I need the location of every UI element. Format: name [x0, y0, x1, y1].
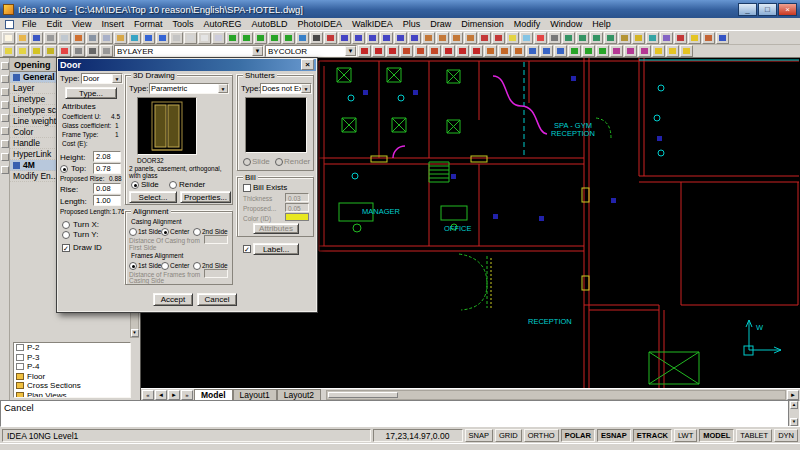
north-arrow-icon[interactable]: [554, 45, 567, 57]
beam-icon[interactable]: [470, 45, 483, 57]
menu-item[interactable]: Window: [545, 19, 587, 29]
frames-2nd-radio[interactable]: [193, 262, 201, 270]
status-toggle-button[interactable]: DYN: [774, 429, 798, 442]
column-icon[interactable]: [456, 45, 469, 57]
status-toggle-button[interactable]: ESNAP: [597, 429, 631, 442]
layer-previous-icon[interactable]: [44, 45, 57, 57]
section-icon[interactable]: [624, 45, 637, 57]
modify-panel-icon[interactable]: [1, 127, 9, 135]
bylayer-combo[interactable]: BYLAYER ▼: [114, 45, 264, 57]
frames-1st-radio[interactable]: [129, 262, 137, 270]
new-file-icon[interactable]: [2, 32, 15, 44]
sun-icon[interactable]: [652, 45, 665, 57]
minimize-button[interactable]: _: [738, 3, 757, 16]
menu-item[interactable]: Tools: [167, 19, 198, 29]
tree-item[interactable]: P-3: [14, 353, 130, 363]
bycolor-combo[interactable]: BYCOLOR ▼: [265, 45, 357, 57]
annotate-panel-icon[interactable]: [1, 140, 9, 148]
chevron-down-icon[interactable]: ▼: [218, 84, 228, 93]
materials-icon[interactable]: [702, 32, 715, 44]
menu-item[interactable]: Help: [587, 19, 616, 29]
chamfer-icon[interactable]: [464, 32, 477, 44]
bill-exists-checkbox[interactable]: [243, 184, 251, 192]
match-properties-icon[interactable]: [128, 32, 141, 44]
list-icon[interactable]: [604, 32, 617, 44]
slab-icon[interactable]: [442, 45, 455, 57]
door-type-combo[interactable]: Door ▼: [81, 73, 123, 84]
turn-x-radio[interactable]: [62, 221, 70, 229]
room-label-icon[interactable]: [540, 45, 553, 57]
scrollbar-thumb[interactable]: [328, 392, 398, 398]
scroll-down-icon[interactable]: ▼: [790, 418, 798, 426]
paste-icon[interactable]: [114, 32, 127, 44]
properties-button[interactable]: Properties...: [180, 191, 231, 203]
railing-icon[interactable]: [512, 45, 525, 57]
copy-icon[interactable]: [100, 32, 113, 44]
pan-tool-icon[interactable]: [1, 88, 9, 96]
status-toggle-button[interactable]: SNAP: [465, 429, 493, 442]
label-checkbox[interactable]: ✓: [243, 245, 251, 253]
array-icon[interactable]: [394, 32, 407, 44]
zoom-window-icon[interactable]: [198, 32, 211, 44]
turn-y-radio[interactable]: [62, 231, 70, 239]
chevron-down-icon[interactable]: ▼: [112, 74, 122, 83]
tree-item[interactable]: Cross Sections: [14, 381, 130, 391]
color-swatch[interactable]: [285, 213, 309, 221]
area-icon[interactable]: [576, 32, 589, 44]
help-icon[interactable]: [716, 32, 729, 44]
chevron-down-icon[interactable]: ▼: [345, 46, 356, 56]
draw-id-checkbox[interactable]: ✓: [62, 244, 70, 252]
cancel-button[interactable]: Cancel: [197, 293, 237, 306]
tree-icon[interactable]: [568, 45, 581, 57]
select-button[interactable]: Select...: [129, 191, 177, 203]
menu-item[interactable]: Modify: [509, 19, 546, 29]
lineweight-icon[interactable]: [86, 45, 99, 57]
menu-item[interactable]: Dimension: [456, 19, 509, 29]
menu-item[interactable]: AutoBLD: [246, 19, 292, 29]
polyline-icon[interactable]: [240, 32, 253, 44]
osnap-icon[interactable]: [632, 32, 645, 44]
rotate-icon[interactable]: [366, 32, 379, 44]
zoom-previous-icon[interactable]: [212, 32, 225, 44]
accept-button[interactable]: Accept: [153, 293, 193, 306]
extend-icon[interactable]: [436, 32, 449, 44]
tab-prev-button[interactable]: ◄: [155, 390, 167, 400]
save-icon[interactable]: [30, 32, 43, 44]
chevron-down-icon[interactable]: ▼: [252, 46, 263, 56]
status-toggle-button[interactable]: GRID: [495, 429, 522, 442]
undo-icon[interactable]: [142, 32, 155, 44]
casing-1st-radio[interactable]: [129, 228, 137, 236]
menu-item[interactable]: Format: [129, 19, 168, 29]
length-field[interactable]: 1.00: [93, 195, 121, 206]
status-toggle-button[interactable]: LWT: [674, 429, 697, 442]
tab-first-button[interactable]: «: [142, 390, 154, 400]
tree-item[interactable]: P-4: [14, 362, 130, 372]
zoom-realtime-icon[interactable]: [184, 32, 197, 44]
render-tool-icon[interactable]: [666, 45, 679, 57]
status-toggle-button[interactable]: MODEL: [699, 429, 734, 442]
menu-item[interactable]: Edit: [42, 19, 68, 29]
double-wall-icon[interactable]: [372, 45, 385, 57]
menu-item[interactable]: File: [17, 19, 42, 29]
scroll-up-icon[interactable]: ▲: [790, 401, 798, 409]
color-picker-icon[interactable]: [534, 32, 547, 44]
rise-field[interactable]: 0.08: [93, 183, 121, 194]
ucs-icon[interactable]: [646, 32, 659, 44]
close-button[interactable]: ×: [778, 3, 797, 16]
linetype-manager-icon[interactable]: [72, 45, 85, 57]
scale-icon[interactable]: [408, 32, 421, 44]
casing-2nd-radio[interactable]: [193, 228, 201, 236]
open-icon[interactable]: [16, 32, 29, 44]
layers-icon[interactable]: [506, 32, 519, 44]
top-field[interactable]: 0.78: [93, 163, 121, 174]
stairs-icon[interactable]: [484, 45, 497, 57]
space-icon[interactable]: [526, 45, 539, 57]
erase-icon[interactable]: [478, 32, 491, 44]
linetype-icon[interactable]: [548, 32, 561, 44]
chevron-down-icon[interactable]: ▼: [301, 84, 311, 93]
properties-icon[interactable]: [2, 45, 15, 57]
3d-render-radio[interactable]: [169, 181, 177, 189]
views-icon[interactable]: [660, 32, 673, 44]
render-icon[interactable]: [674, 32, 687, 44]
distance-icon[interactable]: [562, 32, 575, 44]
